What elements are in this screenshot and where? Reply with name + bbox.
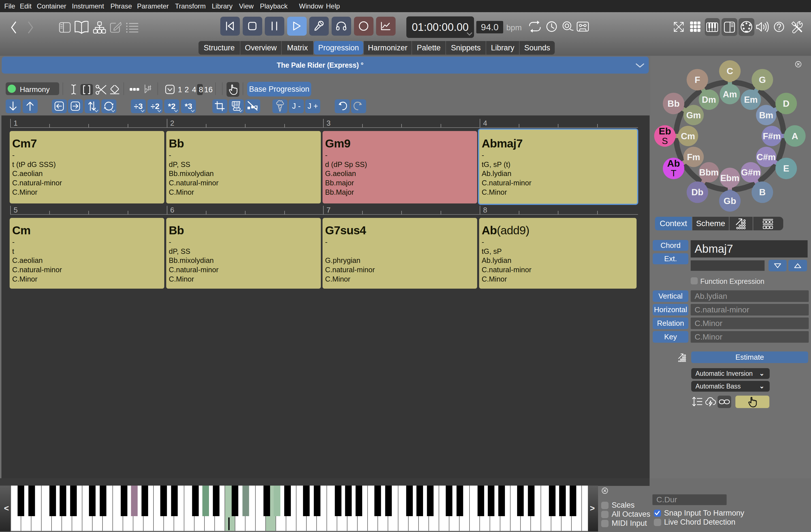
svg-text:6: 6 bbox=[170, 206, 174, 214]
svg-text:4: 4 bbox=[483, 119, 487, 127]
svg-text:E: E bbox=[783, 163, 789, 173]
svg-text:C#m: C#m bbox=[756, 152, 776, 162]
svg-text:S: S bbox=[662, 136, 668, 146]
svg-text:Cm: Cm bbox=[681, 131, 695, 141]
svg-text:Db: Db bbox=[691, 187, 703, 197]
svg-text:Eb: Eb bbox=[659, 126, 671, 136]
svg-text:>: > bbox=[590, 503, 595, 513]
svg-text:Fm: Fm bbox=[687, 152, 700, 162]
svg-text:<: < bbox=[4, 503, 9, 513]
svg-text:Bm: Bm bbox=[759, 110, 773, 120]
svg-text:Ab: Ab bbox=[667, 158, 680, 169]
svg-text:Am: Am bbox=[723, 90, 737, 99]
svg-text:Bbm: Bbm bbox=[699, 168, 719, 177]
svg-text:1: 1 bbox=[14, 119, 18, 127]
svg-text:Bb: Bb bbox=[668, 98, 679, 109]
svg-text:5: 5 bbox=[14, 206, 18, 214]
svg-text:A: A bbox=[792, 131, 798, 141]
svg-text:D: D bbox=[783, 98, 790, 109]
svg-text:3: 3 bbox=[326, 119, 331, 127]
svg-text:T: T bbox=[671, 168, 676, 178]
svg-text:Ebm: Ebm bbox=[720, 173, 739, 183]
svg-text:F#m: F#m bbox=[763, 131, 781, 141]
svg-text:Gm: Gm bbox=[686, 110, 701, 120]
svg-text:7: 7 bbox=[326, 206, 331, 214]
svg-text:Em: Em bbox=[744, 95, 758, 105]
svg-text:Gb: Gb bbox=[723, 196, 736, 206]
svg-text:G: G bbox=[759, 75, 766, 85]
svg-text:C: C bbox=[726, 66, 733, 76]
svg-text:B: B bbox=[759, 187, 766, 197]
svg-text:Dm: Dm bbox=[702, 95, 716, 105]
svg-text:2: 2 bbox=[170, 119, 174, 127]
svg-text:G#m: G#m bbox=[741, 168, 761, 177]
svg-text:8: 8 bbox=[483, 206, 487, 214]
svg-text:F: F bbox=[694, 75, 700, 85]
